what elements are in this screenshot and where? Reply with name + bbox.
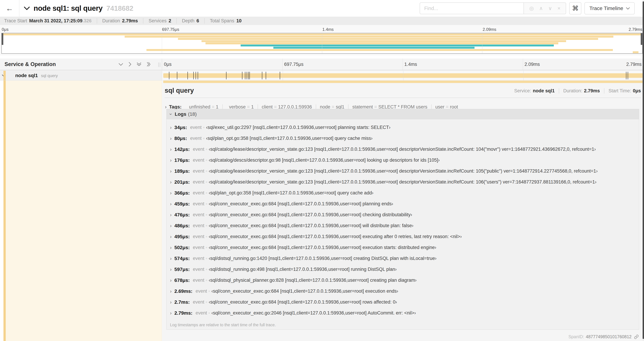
log-timestamp: 176μs: (174, 158, 190, 163)
minimap-span-bar (125, 36, 613, 38)
find-next-icon[interactable]: ∨ (548, 6, 552, 11)
log-row[interactable]: ›2.69ms:event=‹sql/conn_executor_exec.go… (166, 286, 639, 297)
log-row[interactable]: ›2.7ms:event=‹sql/conn_executor_exec.go:… (166, 297, 639, 307)
log-field-key: event (193, 256, 204, 261)
page-scrollbar[interactable] (642, 0, 644, 341)
find-clear-icon[interactable]: × (558, 6, 560, 11)
log-row[interactable]: ›80μs:event=‹sql/plan_opt.go:358 [nsql1,… (166, 133, 639, 144)
log-event-marker (626, 72, 626, 79)
log-row[interactable]: ›574μs:event=‹sql/distsql_running.go:142… (166, 253, 639, 264)
span-duration-bar[interactable] (163, 73, 643, 78)
timeline-gridline (523, 59, 523, 70)
log-field-key: event (193, 299, 204, 305)
back-button[interactable]: ← (0, 0, 20, 17)
log-timestamp: 34μs: (174, 125, 187, 130)
chevron-down-icon (626, 7, 630, 10)
log-event-marker (248, 72, 248, 79)
minimap-span-bar (241, 45, 554, 47)
detail-left-highlight (6, 81, 162, 341)
collapse-all-icon[interactable] (136, 62, 142, 67)
scrollbar-thumb[interactable] (642, 2, 644, 339)
log-row[interactable]: ›459μs:event=‹sql/conn_executor_exec.go:… (166, 198, 639, 209)
expander-icon: › (170, 256, 172, 261)
expander-icon: › (170, 278, 172, 283)
log-field-key: event (193, 267, 204, 272)
log-row[interactable]: ›34μs:event=‹sql/exec_util.go:2297 [nsql… (166, 122, 639, 133)
log-timestamp: 486μs: (174, 223, 190, 229)
logs-list: ›34μs:event=‹sql/exec_util.go:2297 [nsql… (166, 119, 639, 318)
log-timestamp: 80μs: (174, 136, 187, 141)
log-row[interactable]: ›476μs:event=‹sql/conn_executor_exec.go:… (166, 209, 639, 220)
trace-summary-item: Total Spans10 (204, 18, 242, 24)
log-timestamp: 2.69ms: (174, 288, 192, 294)
equals-sign: = (246, 104, 251, 110)
log-row[interactable]: ›502μs:event=‹sql/conn_executor_exec.go:… (166, 242, 639, 253)
trace-summary-item: Depth6 (176, 18, 199, 24)
tag-item: _unfinished=1 (183, 104, 222, 110)
span-bar-cell[interactable] (162, 71, 644, 81)
column-resizer-grip[interactable] (158, 63, 160, 67)
trace-collapse-icon[interactable] (24, 7, 30, 10)
expander-icon: › (170, 190, 172, 196)
find-group: ◎ ∧ ∨ × (420, 3, 566, 14)
timeline-tick-label: 0μs (164, 62, 172, 67)
detail-header: sql query Service:node sql1Duration:2.79… (165, 87, 641, 94)
log-row[interactable]: ›176μs:event=‹sql/catalog/descs/descript… (166, 155, 639, 166)
expand-one-icon[interactable] (128, 62, 132, 67)
log-row[interactable]: ›366μs:event=‹sql/plan_opt.go:358 [nsql1… (166, 187, 639, 198)
view-selector-button[interactable]: Trace Timeline (584, 2, 635, 14)
span-name-cell[interactable]: node sql1sql query (0, 71, 162, 81)
log-row[interactable]: ›201μs:event=‹sql/catalog/lease/descript… (166, 177, 639, 187)
log-row[interactable]: ›2.79ms:event=‹sql/conn_executor_exec.go… (166, 307, 639, 318)
expander-icon: › (170, 223, 172, 229)
locate-icon[interactable]: ◎ (529, 6, 534, 11)
summary-label: Depth (182, 18, 194, 24)
timeline-tick-label: 697.75μs (162, 27, 179, 32)
span-row: node sql1sql query (0, 71, 644, 81)
find-input[interactable] (420, 3, 524, 14)
timeline-tick-label: 2.79ms (626, 62, 642, 67)
timeline-gridline (524, 71, 524, 80)
expander-icon: › (170, 125, 172, 130)
tag-value: 1 (216, 104, 218, 110)
minimap-right-handle[interactable] (641, 33, 642, 45)
span-detail-row: sql query Service:node sql1Duration:2.79… (0, 81, 644, 341)
log-row[interactable]: ›486μs:event=‹sql/conn_executor_exec.go:… (166, 220, 639, 231)
find-prev-icon[interactable]: ∧ (539, 6, 543, 11)
tag-item: statement=SELECT * FROM users (348, 104, 431, 110)
equals-sign: = (204, 191, 208, 195)
log-row[interactable]: ›495μs:event=‹sql/conn_executor_exec.go:… (166, 231, 639, 242)
equals-sign: = (204, 268, 208, 271)
log-field-value: ‹sql/catalog/descs/descriptor.go:98 [nsq… (208, 158, 440, 163)
log-row[interactable]: ›142μs:event=‹sql/catalog/lease/descript… (166, 144, 639, 155)
tag-value: sql1 (336, 104, 344, 110)
logs-footer-note: Log timestamps are relative to the start… (170, 323, 276, 327)
meta-label: Service: (514, 88, 531, 94)
link-icon[interactable] (634, 334, 639, 339)
log-row[interactable]: ›597μs:event=‹sql/distsql_running.go:498… (166, 264, 639, 275)
tree-controls (118, 62, 151, 67)
log-field-value: ‹sql/distsql_running.go:1420 [nsql1,clie… (208, 256, 436, 261)
log-field-value: ‹sql/catalog/lease/descriptor_version_st… (208, 147, 596, 152)
collapse-one-icon[interactable] (118, 62, 123, 67)
log-timestamp: 678μs: (174, 278, 190, 283)
log-field-key: event (193, 245, 204, 250)
logs-header[interactable]: › Logs (18) (166, 109, 639, 119)
operation-name: sql query (41, 73, 58, 78)
equals-sign: = (330, 104, 336, 110)
equals-sign: = (373, 104, 378, 110)
timeline-tick-label: 2.09ms (524, 62, 540, 67)
expand-all-icon[interactable] (147, 62, 151, 67)
keyboard-shortcuts-button[interactable]: ⌘ (569, 2, 581, 14)
service-color-stripe (4, 81, 6, 341)
equals-sign: = (204, 202, 208, 205)
log-row[interactable]: ›189μs:event=‹sql/catalog/lease/descript… (166, 166, 639, 177)
log-row[interactable]: ›678μs:event=‹sql/distsql_physical_plann… (166, 275, 639, 286)
expander-icon: › (170, 168, 172, 174)
minimap-canvas[interactable] (2, 33, 642, 54)
log-field-key: event (196, 288, 207, 294)
log-field-value: ‹sql/conn_executor_exec.go:2046 [nsql1,c… (212, 310, 416, 316)
log-timestamp: 459μs: (174, 201, 190, 207)
minimap-left-handle[interactable] (2, 33, 3, 45)
log-timestamp: 574μs: (174, 256, 190, 261)
